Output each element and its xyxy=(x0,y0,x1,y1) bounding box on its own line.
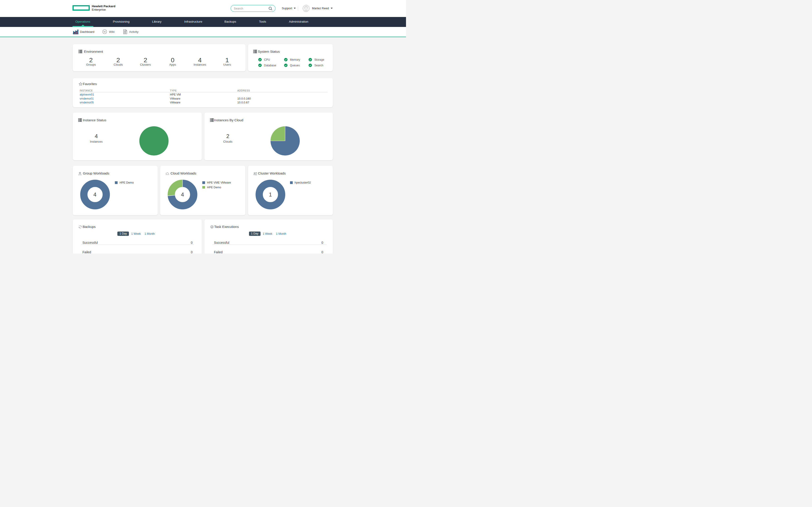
svg-text:W: W xyxy=(104,30,106,33)
